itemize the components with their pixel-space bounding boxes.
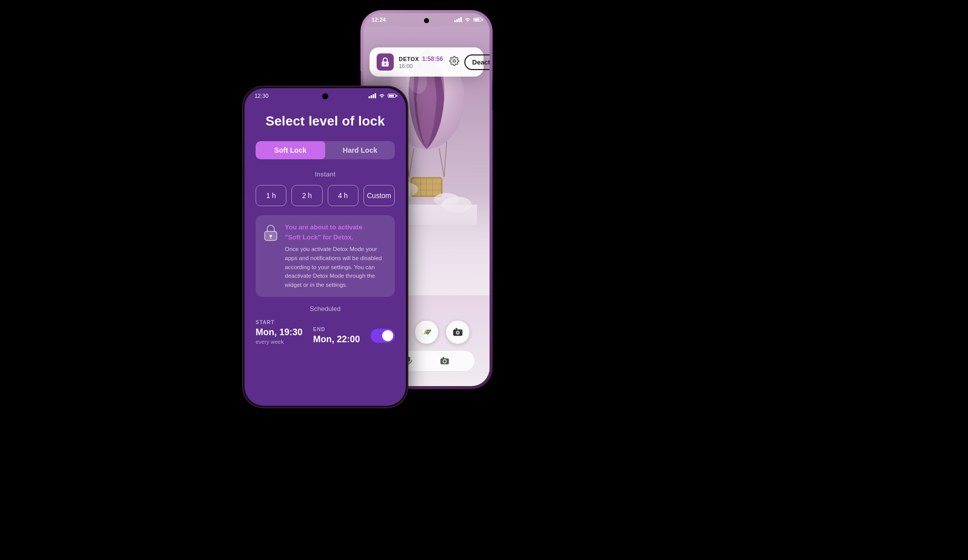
front-wifi-icon bbox=[379, 93, 385, 98]
info-text-block: You are about to activate "Soft Lock" fo… bbox=[285, 222, 388, 290]
app-main-content: Select level of lock Soft Lock Hard Lock… bbox=[245, 103, 406, 297]
camera-app-icon bbox=[452, 327, 463, 338]
time-options-row: 1 h 2 h 4 h Custom bbox=[256, 185, 395, 206]
notif-timer: 1:58:56 bbox=[422, 55, 443, 63]
vol-down-button[interactable] bbox=[242, 165, 243, 196]
notif-app-name: DETOX bbox=[399, 56, 419, 62]
svg-point-32 bbox=[460, 330, 461, 331]
info-body: Once you activate Detox Mode your apps a… bbox=[285, 245, 388, 290]
notif-subtitle: 16:00 bbox=[399, 63, 443, 69]
camera-punch-hole-back bbox=[424, 18, 429, 23]
end-time[interactable]: Mon, 22:00 bbox=[313, 334, 364, 345]
schedule-toggle[interactable] bbox=[371, 329, 395, 343]
front-phone: 12:30 Select le bbox=[242, 86, 408, 408]
scheduled-section-label: Scheduled bbox=[256, 305, 395, 313]
svg-point-20 bbox=[385, 64, 386, 65]
deactivate-button[interactable]: Deactivate bbox=[464, 54, 490, 70]
lock-tabs: Soft Lock Hard Lock bbox=[256, 141, 395, 159]
time-option-custom[interactable]: Custom bbox=[364, 185, 395, 206]
start-time[interactable]: Mon, 19:30 bbox=[256, 327, 306, 338]
time-option-1h[interactable]: 1 h bbox=[256, 185, 286, 206]
lock-alert-icon bbox=[263, 223, 279, 239]
schedule-start: START Mon, 19:30 every week bbox=[256, 320, 306, 345]
start-sub: every week bbox=[256, 339, 306, 345]
svg-line-3 bbox=[439, 148, 444, 177]
wifi-icon bbox=[464, 17, 471, 22]
front-phone-screen: 12:30 Select le bbox=[245, 88, 406, 406]
camera-punch-hole-front bbox=[322, 93, 328, 99]
lock-icon bbox=[381, 57, 390, 67]
back-status-icons bbox=[454, 17, 481, 22]
svg-line-2 bbox=[409, 148, 414, 177]
svg-rect-37 bbox=[442, 357, 444, 359]
power-side-button[interactable] bbox=[408, 136, 408, 161]
battery-icon bbox=[473, 18, 481, 22]
front-status-time: 12:30 bbox=[255, 93, 269, 99]
notification-row: DETOX 1:58:56 16:00 Deactivate bbox=[377, 53, 476, 71]
schedule-end: END Mon, 22:00 bbox=[313, 327, 364, 345]
front-signal-icon bbox=[369, 93, 376, 98]
svg-line-5 bbox=[444, 142, 447, 177]
notif-app-icon bbox=[377, 53, 394, 71]
back-status-time: 12:24 bbox=[372, 17, 386, 23]
time-option-2h[interactable]: 2 h bbox=[291, 185, 322, 206]
scheduled-section: Scheduled START Mon, 19:30 every week EN… bbox=[245, 305, 406, 345]
end-label: END bbox=[313, 327, 364, 332]
tab-soft-lock[interactable]: Soft Lock bbox=[256, 141, 325, 159]
notif-content: DETOX 1:58:56 16:00 bbox=[399, 55, 443, 69]
chrome-icon bbox=[421, 327, 432, 338]
tab-hard-lock[interactable]: Hard Lock bbox=[325, 141, 395, 159]
app-icon-camera[interactable] bbox=[446, 321, 469, 344]
camera-search-icon[interactable] bbox=[440, 356, 450, 366]
svg-point-38 bbox=[382, 97, 383, 98]
settings-gear-button[interactable] bbox=[448, 55, 460, 70]
notif-actions: Deactivate bbox=[448, 54, 490, 70]
start-label: START bbox=[256, 320, 306, 325]
instant-section-label: Instant bbox=[256, 170, 395, 178]
signal-icon bbox=[454, 17, 462, 22]
vol-up-button[interactable] bbox=[242, 141, 243, 159]
front-battery-icon bbox=[388, 94, 396, 98]
time-option-4h[interactable]: 4 h bbox=[328, 185, 358, 206]
notif-title-row: DETOX 1:58:56 bbox=[399, 55, 443, 63]
power-button[interactable] bbox=[492, 81, 493, 111]
svg-rect-31 bbox=[455, 328, 457, 330]
svg-point-21 bbox=[453, 59, 455, 62]
volume-side-button[interactable] bbox=[408, 169, 408, 209]
info-card: You are about to activate "Soft Lock" fo… bbox=[256, 215, 395, 297]
svg-rect-35 bbox=[440, 358, 449, 364]
app-icon-chrome[interactable] bbox=[415, 321, 438, 344]
front-status-icons bbox=[369, 93, 396, 98]
svg-point-18 bbox=[467, 21, 468, 22]
info-highlight: "Soft Lock" for Detox. bbox=[285, 233, 353, 241]
notification-card[interactable]: DETOX 1:58:56 16:00 Deactivate bbox=[370, 47, 483, 77]
gear-icon bbox=[449, 56, 459, 66]
info-headline: You are about to activate "Soft Lock" fo… bbox=[285, 222, 388, 242]
page-title: Select level of lock bbox=[256, 113, 395, 129]
scheduled-row: START Mon, 19:30 every week END Mon, 22:… bbox=[256, 320, 395, 345]
